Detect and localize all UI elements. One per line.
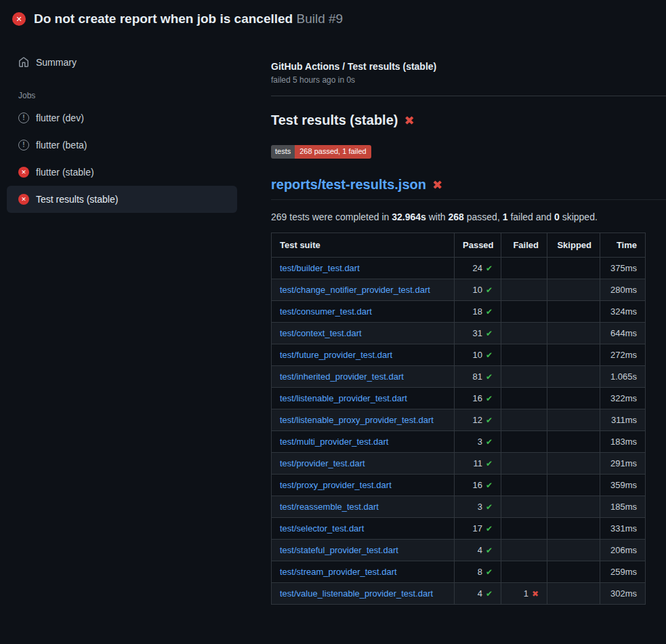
time-cell: 375ms (600, 258, 646, 279)
table-row: test/value_listenable_provider_test.dart… (272, 583, 646, 605)
sidebar-item-test-results-stable[interactable]: ✕ Test results (stable) (7, 186, 237, 213)
results-table-body: test/builder_test.dart 24✔ 375ms test/ch… (272, 258, 646, 605)
check-icon: ✔ (486, 372, 493, 382)
time-cell: 644ms (600, 323, 646, 344)
sidebar-item-label: Summary (36, 57, 77, 68)
failed-count: 1 (524, 588, 528, 599)
check-icon: ✔ (486, 329, 493, 338)
failed-status-icon: ✕ (18, 194, 29, 205)
check-icon: ✔ (486, 394, 493, 403)
time-cell: 291ms (600, 453, 646, 475)
table-row: test/context_test.dart 31✔ 644ms (272, 323, 646, 344)
test-suite-link[interactable]: test/selector_test.dart (280, 523, 364, 534)
check-icon: ✔ (486, 459, 493, 468)
summary-duration: 32.964s (392, 212, 426, 222)
results-table: Test suite Passed Failed Skipped Time te… (271, 233, 646, 605)
breadcrumb: GitHub Actions / Test results (stable) (271, 61, 666, 72)
test-suite-link[interactable]: test/provider_test.dart (280, 458, 365, 468)
passed-count: 16 (472, 480, 482, 490)
column-header-passed: Passed (455, 233, 501, 258)
passed-count: 17 (472, 523, 482, 534)
check-icon: ✔ (486, 589, 493, 599)
check-icon: ✔ (486, 481, 493, 490)
test-suite-link[interactable]: test/inherited_provider_test.dart (280, 371, 404, 382)
test-suite-link[interactable]: test/listenable_provider_test.dart (280, 393, 407, 403)
time-cell: 183ms (600, 431, 646, 453)
page-title: Do not create report when job is cancell… (34, 12, 343, 26)
sidebar-item-label: flutter (dev) (36, 113, 84, 123)
test-suite-link[interactable]: test/stream_provider_test.dart (280, 567, 397, 577)
test-suite-link[interactable]: test/multi_provider_test.dart (280, 437, 388, 447)
test-suite-link[interactable]: test/listenable_proxy_provider_test.dart (280, 415, 434, 425)
check-icon: ✔ (486, 307, 493, 317)
summary-segment: 269 tests were completed in (271, 212, 392, 222)
check-icon: ✔ (486, 350, 493, 360)
tests-badge: tests 268 passed, 1 failed (271, 145, 371, 159)
x-mark-icon: ✖ (404, 115, 414, 127)
time-cell: 185ms (600, 496, 646, 518)
time-cell: 359ms (600, 475, 646, 496)
failed-status-icon: ✕ (18, 167, 29, 178)
sidebar-item-flutter-stable[interactable]: ✕ flutter (stable) (0, 159, 244, 186)
sidebar-item-summary[interactable]: Summary (0, 49, 244, 76)
table-row: test/builder_test.dart 24✔ 375ms (272, 258, 646, 279)
test-suite-link[interactable]: test/stateful_provider_test.dart (280, 545, 398, 555)
passed-count: 81 (472, 371, 482, 382)
badge-label: tests (271, 145, 295, 159)
test-suite-link[interactable]: test/future_provider_test.dart (280, 350, 392, 360)
passed-count: 24 (472, 263, 482, 273)
summary-segment: passed, (464, 212, 503, 222)
table-row: test/future_provider_test.dart 10✔ 272ms (272, 344, 646, 366)
time-cell: 331ms (600, 518, 646, 540)
check-icon: ✔ (486, 285, 493, 295)
test-suite-link[interactable]: test/reassemble_test.dart (280, 502, 379, 512)
check-icon: ✔ (486, 437, 493, 447)
test-suite-link[interactable]: test/change_notifier_provider_test.dart (280, 285, 430, 295)
time-cell: 1.065s (600, 366, 646, 388)
passed-count: 3 (478, 502, 482, 512)
section-title: Test results (stable) ✖ (271, 113, 666, 128)
page-layout: Summary Jobs ! flutter (dev) ! flutter (… (0, 37, 666, 605)
passed-count: 10 (472, 285, 482, 295)
x-icon: ✖ (532, 589, 539, 599)
sidebar-item-flutter-dev[interactable]: ! flutter (dev) (0, 104, 244, 132)
passed-count: 3 (478, 437, 482, 447)
passed-count: 11 (473, 458, 482, 468)
home-icon (18, 57, 29, 68)
test-suite-link[interactable]: test/context_test.dart (280, 328, 362, 338)
check-icon: ✔ (486, 502, 493, 512)
x-mark-icon: ✖ (432, 179, 442, 191)
summary-skipped: 0 (554, 212, 560, 222)
neutral-status-icon: ! (18, 140, 29, 150)
test-suite-link[interactable]: test/consumer_test.dart (280, 306, 372, 317)
badge-value: 268 passed, 1 failed (295, 145, 371, 159)
passed-count: 12 (472, 415, 482, 425)
check-icon: ✔ (486, 416, 493, 425)
section-title-text: Test results (stable) (271, 113, 398, 128)
neutral-status-icon: ! (18, 113, 29, 123)
test-suite-link[interactable]: test/value_listenable_provider_test.dart (280, 588, 433, 599)
check-icon: ✔ (486, 524, 493, 534)
main-content: GitHub Actions / Test results (stable) f… (244, 37, 666, 605)
time-cell: 280ms (600, 279, 646, 301)
passed-count: 31 (472, 328, 482, 338)
sidebar-item-flutter-beta[interactable]: ! flutter (beta) (0, 132, 244, 159)
time-cell: 206ms (600, 540, 646, 561)
check-header: ✕ Do not create report when job is cance… (0, 0, 666, 37)
column-header-test-suite: Test suite (272, 233, 455, 258)
status-line: failed 5 hours ago in 0s (271, 75, 666, 85)
summary-segment: with (426, 212, 449, 222)
column-header-skipped: Skipped (547, 233, 600, 258)
sidebar-item-label: flutter (stable) (36, 167, 94, 178)
passed-count: 16 (472, 393, 482, 403)
report-title: reports/test-results.json ✖ (271, 177, 666, 200)
time-cell: 259ms (600, 561, 646, 583)
checks-page: ✕ Do not create report when job is cance… (0, 0, 666, 605)
sidebar-item-label: flutter (beta) (36, 140, 87, 150)
check-icon: ✔ (486, 546, 493, 555)
sidebar-item-label: Test results (stable) (36, 194, 118, 205)
table-row: test/listenable_proxy_provider_test.dart… (272, 409, 646, 431)
test-suite-link[interactable]: test/proxy_provider_test.dart (280, 480, 392, 490)
report-link[interactable]: reports/test-results.json (271, 177, 426, 193)
test-suite-link[interactable]: test/builder_test.dart (280, 263, 360, 273)
